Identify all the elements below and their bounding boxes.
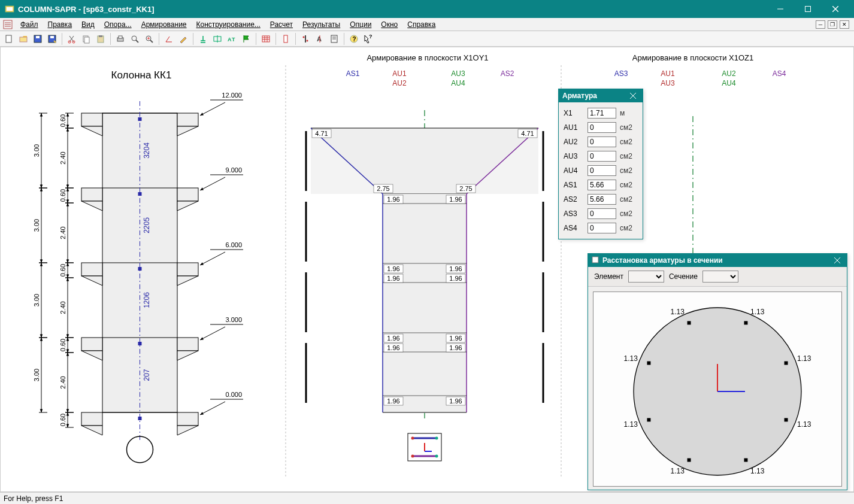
svg-text:0.60: 0.60 — [59, 339, 66, 351]
rebar-key: X1 — [564, 109, 584, 117]
panel-rebar-header[interactable]: Арматура — [559, 89, 643, 102]
rebar-input-X1[interactable] — [587, 108, 616, 119]
close-button[interactable] — [822, 0, 849, 18]
tb-whatsthis[interactable]: ? — [362, 32, 375, 45]
menu-calc[interactable]: Расчет — [265, 19, 298, 30]
rebar-row: AS2 см2 — [564, 192, 638, 207]
tb-angle[interactable] — [162, 32, 175, 45]
panel-section[interactable]: Расстановка арматуры в сечении Элемент С… — [587, 253, 847, 490]
tb-text-at[interactable]: AT — [225, 32, 238, 45]
tb-new[interactable] — [2, 32, 16, 45]
svg-text:1.96: 1.96 — [387, 397, 399, 405]
svg-rect-89 — [138, 267, 142, 271]
tb-section[interactable] — [211, 32, 224, 45]
rebar-unit: см2 — [620, 166, 638, 175]
app-icon — [5, 4, 14, 14]
svg-rect-23 — [119, 36, 122, 38]
menu-help[interactable]: Справка — [402, 19, 440, 30]
svg-text:2205: 2205 — [143, 217, 151, 233]
svg-text:0.60: 0.60 — [59, 414, 66, 426]
svg-rect-39 — [284, 35, 287, 42]
tb-open[interactable] — [17, 32, 30, 45]
menu-options[interactable]: Опции — [345, 19, 376, 30]
svg-text:1.96: 1.96 — [387, 275, 399, 282]
tb-help[interactable]: ? — [347, 32, 361, 45]
rebar-row: AU4 см2 — [564, 163, 638, 178]
rebar-input-AU1[interactable] — [587, 122, 616, 133]
panel-rebar-close[interactable] — [627, 90, 639, 101]
tb-view4[interactable] — [328, 32, 341, 45]
panel-section-close[interactable] — [831, 255, 843, 266]
tb-view3[interactable]: A — [313, 32, 326, 45]
rebar-input-AS3[interactable] — [587, 208, 616, 219]
menu-view[interactable]: Вид — [77, 19, 99, 30]
rebar-unit: см2 — [620, 210, 638, 218]
svg-text:AS2: AS2 — [501, 69, 514, 78]
svg-rect-72 — [81, 188, 102, 201]
menu-reinforcement[interactable]: Армирование — [137, 19, 192, 30]
tb-view1[interactable] — [279, 32, 292, 45]
panel-section-title: Расстановка арматуры в сечении — [602, 256, 723, 265]
minimize-button[interactable] — [767, 0, 794, 18]
panel-section-header[interactable]: Расстановка арматуры в сечении — [588, 254, 847, 267]
svg-text:1.13: 1.13 — [750, 308, 765, 316]
svg-point-41 — [303, 36, 305, 38]
rebar-key: AS2 — [564, 195, 584, 204]
tb-pencil[interactable] — [177, 32, 190, 45]
panel-section-canvas[interactable]: 1.131.131.131.131.131.131.131.13 — [593, 292, 842, 487]
svg-line-25 — [136, 40, 138, 42]
tb-view2[interactable] — [299, 32, 312, 45]
svg-rect-87 — [138, 192, 142, 196]
svg-rect-275 — [647, 362, 650, 365]
rebar-input-AU4[interactable] — [587, 165, 616, 176]
tb-paste[interactable] — [94, 32, 107, 45]
rebar-unit: см2 — [620, 195, 638, 204]
mdi-restore[interactable]: ❐ — [828, 20, 837, 29]
rebar-unit: м — [620, 109, 638, 117]
svg-text:AS1: AS1 — [346, 69, 360, 78]
svg-text:2.75: 2.75 — [377, 185, 389, 192]
panel-rebar[interactable]: Арматура X1 мAU1 см2AU2 см2AU3 см2AU4 см… — [558, 89, 643, 239]
menu-supports[interactable]: Опора... — [99, 19, 137, 30]
rebar-input-AU3[interactable] — [587, 151, 616, 162]
tb-save-as[interactable] — [46, 32, 59, 45]
mdi-minimize[interactable]: ─ — [816, 20, 825, 29]
panel-rebar-title: Арматура — [562, 92, 597, 100]
rebar-key: AU1 — [564, 123, 584, 132]
rebar-row: X1 м — [564, 106, 638, 120]
svg-line-27 — [150, 40, 153, 42]
tb-zoom[interactable] — [128, 32, 141, 45]
tb-flag[interactable] — [240, 32, 253, 45]
tb-save[interactable] — [31, 32, 44, 45]
rebar-row: AU1 см2 — [564, 120, 638, 135]
menu-construction[interactable]: Конструирование... — [192, 19, 265, 30]
section-element-select[interactable] — [628, 271, 664, 283]
mdi-close[interactable]: ✕ — [840, 20, 849, 29]
svg-rect-21 — [99, 35, 102, 37]
rebar-input-AS4[interactable] — [587, 223, 616, 233]
title-bar: COLUMN-SAPR - [sp63_constr_KK1] — [0, 0, 854, 18]
rebar-key: AS3 — [564, 210, 584, 218]
menu-edit[interactable]: Правка — [43, 19, 77, 30]
rebar-input-AU2[interactable] — [587, 136, 616, 147]
rebar-input-AS1[interactable] — [587, 180, 616, 190]
section-section-select[interactable] — [702, 271, 738, 283]
tb-support[interactable] — [196, 32, 210, 45]
rebar-input-AS2[interactable] — [587, 194, 616, 205]
menu-window[interactable]: Окно — [376, 19, 402, 30]
tb-table[interactable] — [259, 32, 272, 45]
tb-zoom-fit[interactable] — [143, 32, 156, 45]
panel-rebar-body: X1 мAU1 см2AU2 см2AU3 см2AU4 см2AS1 см2A… — [559, 102, 643, 239]
svg-point-249 — [435, 437, 438, 440]
svg-point-250 — [411, 455, 414, 458]
maximize-button[interactable] — [794, 0, 822, 18]
tb-print[interactable] — [114, 32, 127, 45]
menu-results[interactable]: Результаты — [298, 19, 345, 30]
svg-rect-78 — [81, 338, 102, 351]
tb-cut[interactable] — [65, 32, 78, 45]
toolbar: AT A ? ? — [0, 31, 854, 47]
svg-text:3.00: 3.00 — [33, 294, 40, 306]
tb-copy[interactable] — [80, 32, 93, 45]
menu-file[interactable]: Файл — [16, 19, 43, 30]
svg-text:1.13: 1.13 — [624, 420, 638, 429]
